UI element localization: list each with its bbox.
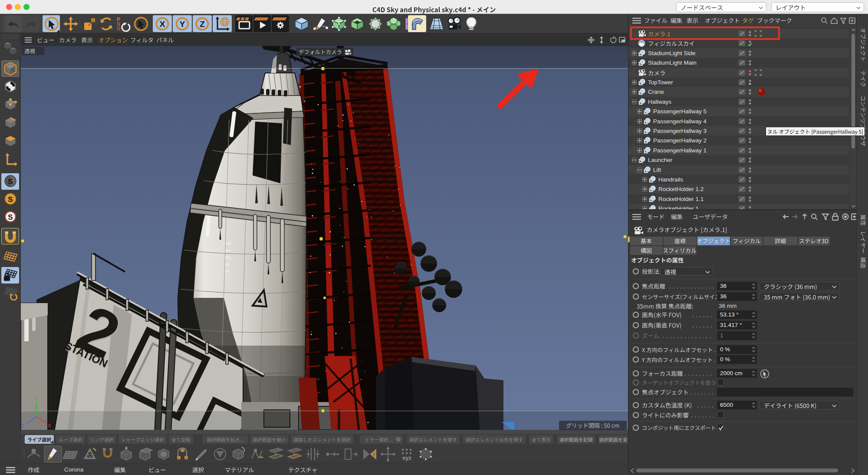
- svg-text:Y: Y: [180, 20, 185, 29]
- svg-text:S: S: [8, 195, 13, 204]
- svg-text:Y: Y: [35, 396, 39, 401]
- svg-text:Z: Z: [22, 423, 25, 428]
- svg-text:S: S: [8, 213, 13, 221]
- svg-text:R: R: [117, 26, 121, 32]
- svg-text:X: X: [48, 423, 51, 428]
- svg-text:Z: Z: [200, 20, 205, 29]
- svg-text:xyz: xyz: [402, 455, 411, 461]
- svg-text:X: X: [160, 20, 165, 29]
- svg-text:S: S: [8, 178, 13, 186]
